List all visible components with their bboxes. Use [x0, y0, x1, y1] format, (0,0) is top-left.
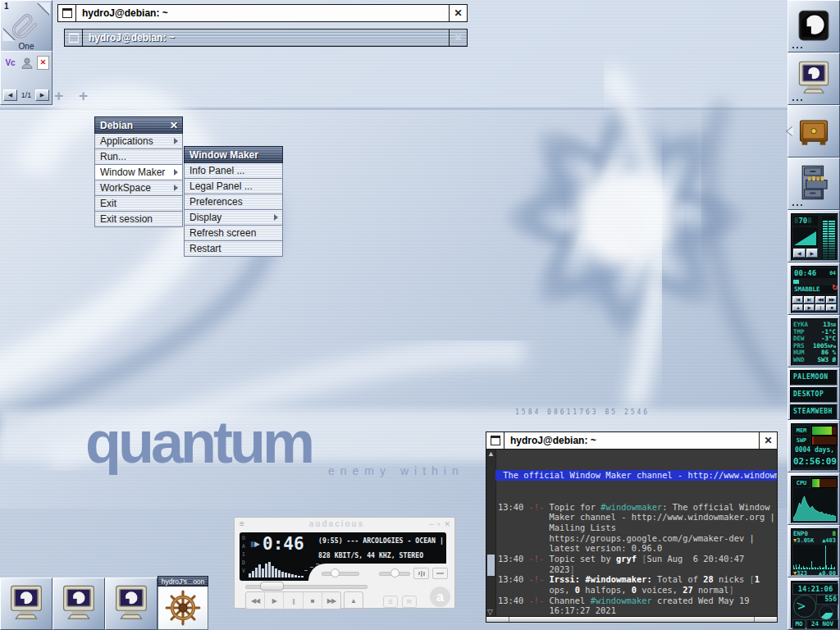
dock-tile-filecabinet[interactable]	[788, 158, 840, 210]
workspace-clip[interactable]: 1 One	[0, 0, 52, 52]
previous-button[interactable]: ◀◀	[246, 592, 265, 609]
menu-item-window-maker[interactable]: Window Maker	[94, 165, 183, 180]
menu-item-restart[interactable]: Restart	[184, 241, 283, 257]
launcher-button-palemoon[interactable]: PALEMOON	[790, 370, 838, 386]
player-titlebar[interactable]: ≡ audacious – ▫ ✕	[235, 518, 454, 530]
miniaturize-button[interactable]	[58, 5, 76, 21]
miniaturize-button[interactable]	[486, 432, 504, 449]
scroll-down-icon[interactable]: ▽	[487, 608, 493, 616]
volume-knob[interactable]	[331, 568, 340, 578]
seek-knob[interactable]	[260, 582, 284, 591]
menu-item-exit[interactable]: Exit	[94, 196, 183, 212]
shuffle-button[interactable]: S	[383, 596, 398, 608]
music-button-6[interactable]: ||	[815, 304, 826, 312]
music-button-1[interactable]: ▶|	[804, 296, 815, 304]
clutterbar-letter: O	[242, 535, 245, 541]
analyzer-bar	[301, 576, 304, 578]
pause-button[interactable]: ||	[284, 592, 303, 609]
irc-message-line: https://groups.google.com/g/wmaker-dev |	[498, 533, 777, 544]
net-rates: ▼3.05K ▲483	[793, 537, 836, 544]
appicon-terminal-3[interactable]	[105, 578, 158, 630]
dock-tile-cpu[interactable]: CPU	[788, 472, 840, 525]
close-button[interactable]: ✕	[449, 30, 467, 46]
close-button[interactable]: ✕	[449, 5, 467, 21]
mixer-next-button[interactable]: ▶	[806, 249, 819, 258]
dock-tile-wmaker[interactable]	[788, 0, 840, 52]
menu-item-exit-session[interactable]: Exit session	[94, 212, 183, 227]
scroll-up-icon[interactable]: ▲	[487, 450, 495, 458]
menu-item-info-panel-[interactable]: Info Panel ...	[184, 163, 283, 179]
music-button-3[interactable]: ▶▶	[826, 296, 837, 304]
player-shade-icon[interactable]: ▫	[437, 520, 440, 528]
miniaturize-button[interactable]	[65, 30, 83, 46]
launcher-button-desktop[interactable]: DESKTOP	[790, 387, 838, 403]
vu-segment	[829, 231, 835, 232]
menu-item-refresh-screen[interactable]: Refresh screen	[184, 226, 283, 241]
submenu-titlebar[interactable]: Window Maker	[184, 146, 283, 163]
next-button[interactable]: ▶▶	[322, 592, 340, 609]
appicon-terminal-1[interactable]	[0, 578, 52, 630]
playlist-button[interactable]	[432, 568, 448, 579]
root-menu-titlebar[interactable]: Debian ✕	[94, 116, 183, 134]
music-button-2[interactable]: ◀◀	[815, 296, 826, 304]
window-title: hydroJ@debian: ~	[76, 5, 449, 21]
music-button-4[interactable]: ▲	[792, 304, 803, 312]
player-clutterbar[interactable]: OAIDV	[242, 535, 245, 574]
dock-tile-network[interactable]: ENP08 ▼3.05K ▲483 ▼323 ▲0.00	[788, 525, 840, 578]
mixer-prev-button[interactable]: ◀	[793, 249, 806, 258]
playback-time[interactable]: 0:46	[262, 534, 304, 554]
player-close-icon[interactable]: ✕	[444, 520, 450, 528]
menu-item-run-[interactable]: Run...	[94, 149, 183, 165]
irc-message-line: 13:40 -!- Channel #windowmaker created W…	[498, 596, 777, 606]
balance-knob[interactable]	[390, 568, 399, 578]
scrollbar-thumb[interactable]	[487, 555, 495, 576]
music-button-7[interactable]: ■	[826, 304, 837, 312]
dock-tile-drawer[interactable]	[788, 105, 840, 158]
dock-tile-memory[interactable]: MEM SWP 0004 days, 02:56:09	[788, 420, 840, 472]
menu-item-preferences[interactable]: Preferences	[184, 194, 283, 210]
document-close-tray-icon[interactable]: ✕	[36, 56, 50, 70]
launcher-button-steamwebh[interactable]: STEAMWEBH	[790, 404, 838, 420]
volume-ramp[interactable]	[793, 227, 818, 247]
tray-next-button[interactable]: ▶	[35, 89, 49, 101]
dock-tile-weather[interactable]: EYKA1350TMP-1°CDEW-3°CPRS1005hPaHUM86 %W…	[788, 315, 840, 368]
window-resizebar[interactable]	[486, 616, 778, 623]
player-minimize-icon[interactable]: –	[429, 520, 433, 528]
interface-name: ENP08	[793, 530, 836, 537]
eject-button[interactable]: ▲	[344, 591, 363, 609]
menu-item-workspace[interactable]: WorkSpace	[94, 180, 183, 196]
appicon-terminal-2[interactable]	[52, 578, 105, 630]
user-tray-icon[interactable]	[20, 56, 34, 70]
play-button[interactable]: ▶	[265, 592, 284, 609]
tray-prev-button[interactable]: ◀	[3, 89, 17, 101]
menu-item-label: Refresh screen	[189, 227, 256, 239]
menu-item-display[interactable]: Display	[184, 210, 283, 226]
dock-tile-mixer[interactable]: 8708 ◀ ▶	[788, 210, 840, 262]
dock-tile-music[interactable]: 00:4604 SMABBLE↻ |◀▶|◀◀▶▶▲▶||■	[788, 262, 840, 315]
menu-title: Debian	[100, 120, 133, 131]
analyzer-bar	[258, 564, 261, 578]
volume-slider[interactable]	[322, 572, 359, 576]
stop-button[interactable]: ■	[304, 592, 322, 609]
music-button-5[interactable]: ▶	[804, 304, 815, 312]
repeat-button[interactable]: R	[402, 596, 417, 608]
terminal-window-1-titlebar[interactable]: hydroJ@debian: ~ ✕	[57, 4, 468, 22]
irc-window-titlebar[interactable]: hydroJ@debian: ~ ✕	[486, 431, 778, 450]
irc-terminal-content[interactable]: ▲ ▽ The official Window Maker channel - …	[486, 450, 778, 617]
drawer-arrow-icon[interactable]	[787, 126, 793, 136]
terminal-window-2-titlebar[interactable]: hydroJ@debian: ~ ✕	[64, 29, 468, 47]
equalizer-button[interactable]	[413, 568, 429, 579]
menu-item-applications[interactable]: Applications	[94, 134, 183, 149]
mixer-dockapp: 8708 ◀ ▶	[791, 213, 838, 261]
miniwindow-icon[interactable]	[158, 587, 208, 630]
spectrum-analyzer[interactable]	[249, 559, 308, 578]
dock-tile-clock[interactable]: 14:21:06 556 MO 24 NOV	[788, 578, 840, 630]
close-icon[interactable]: ✕	[170, 120, 178, 131]
music-button-0[interactable]: |◀	[792, 296, 803, 304]
analyzer-bar	[275, 568, 277, 578]
menu-item-legal-panel-[interactable]: Legal Panel ...	[184, 179, 283, 194]
close-button[interactable]: ✕	[759, 432, 777, 449]
vc-tray-icon[interactable]: Vc	[3, 56, 17, 70]
dock-tile-terminal[interactable]	[788, 52, 840, 105]
track-title-marquee[interactable]: (9:55) --- ARCOLOGIES - OCEAN |	[318, 536, 445, 545]
